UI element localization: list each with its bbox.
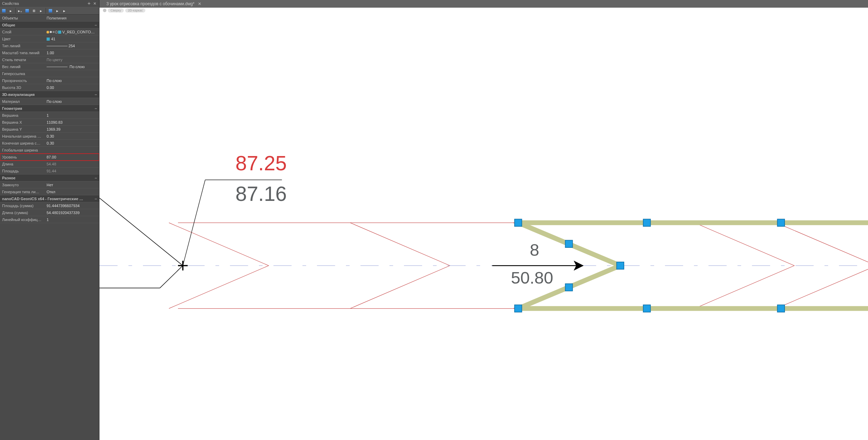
property-row[interactable]: Тип линий 254 — [0, 42, 99, 49]
elevation-callout: 87.25 87.16 — [99, 152, 287, 288]
property-value[interactable]: 87.00 — [45, 155, 99, 159]
tb-cursor-icon[interactable]: ▸ — [8, 8, 14, 14]
view-chip-1[interactable]: Сверху — [108, 8, 124, 13]
pin-icon[interactable] — [87, 1, 91, 6]
property-value[interactable]: V_RED_CONTO… — [45, 30, 99, 34]
nav-strip: Сверху 2D-каркас — [99, 8, 868, 13]
property-label: Длина — [0, 162, 45, 166]
collapse-icon[interactable]: – — [95, 196, 97, 201]
property-row[interactable]: Площадь (сумма)91.4447396607934 — [0, 202, 99, 209]
property-row[interactable]: Генерация типа ли…Откл — [0, 188, 99, 195]
property-value[interactable]: 54.4801920437339 — [45, 211, 99, 215]
slope-num: 8 — [530, 241, 539, 259]
property-value[interactable]: 1369.39 — [45, 127, 99, 131]
section-title: Разное — [0, 176, 99, 180]
tb-pick-add-icon[interactable]: ▸₊ — [17, 8, 23, 14]
property-value[interactable]: 1 — [45, 218, 99, 222]
property-row[interactable]: Площадь91.44 — [0, 168, 99, 174]
collapse-icon[interactable]: – — [95, 92, 97, 97]
property-row[interactable]: Вершина Y1369.39 — [0, 126, 99, 133]
property-row[interactable]: Уровень87.00 — [0, 154, 99, 161]
section-title: Геометрия — [0, 106, 99, 111]
tb-more-icon[interactable]: ▸ — [38, 8, 44, 14]
property-row[interactable]: Гиперссылка — [0, 70, 99, 77]
property-row[interactable]: Высота 3D0.00 — [0, 84, 99, 91]
property-row[interactable]: Длина (сумма)54.4801920437339 — [0, 209, 99, 216]
property-value[interactable]: Нет — [45, 183, 99, 187]
svg-rect-12 — [777, 305, 785, 312]
section-header[interactable]: Разное– — [0, 174, 99, 181]
close-icon[interactable]: ✕ — [92, 1, 97, 6]
document-tab[interactable]: 3 урок отрисовка проездов с обочинами.dw… — [106, 1, 201, 6]
section-header[interactable]: 3D-визуализация– — [0, 91, 99, 98]
object-type-row[interactable]: Объекты Полилиния — [0, 15, 99, 22]
tb-tool-1-icon[interactable] — [47, 8, 54, 14]
tb-select-icon[interactable] — [1, 8, 7, 14]
property-value[interactable]: 0.00 — [45, 85, 99, 90]
property-value[interactable]: По слою — [45, 99, 99, 104]
property-label: Генерация типа ли… — [0, 190, 45, 194]
view-chip-2[interactable]: 2D-каркас — [125, 8, 145, 13]
property-row[interactable]: Длина54.48 — [0, 161, 99, 168]
collapse-icon[interactable]: – — [95, 23, 97, 27]
property-row[interactable]: Масштаб типа линий1.00 — [0, 49, 99, 56]
section-title: Общие — [0, 23, 99, 27]
property-row[interactable]: МатериалПо слою — [0, 98, 99, 105]
property-value[interactable]: 54.48 — [45, 162, 99, 166]
property-label: Конечная ширина с… — [0, 141, 45, 145]
svg-rect-9 — [565, 284, 573, 291]
property-value[interactable]: 0.30 — [45, 141, 99, 145]
property-label: Начальная ширина … — [0, 134, 45, 138]
svg-rect-6 — [777, 219, 785, 226]
svg-rect-5 — [643, 219, 651, 226]
property-value[interactable]: 91.4447396607934 — [45, 204, 99, 208]
property-row[interactable]: ЗамкнутоНет — [0, 181, 99, 188]
property-value[interactable]: 91.44 — [45, 169, 99, 173]
property-label: Слой — [0, 30, 45, 34]
property-row[interactable]: ПрозрачностьПо слою — [0, 77, 99, 84]
property-row[interactable]: Вершина X11090.83 — [0, 119, 99, 126]
property-value[interactable]: По слою — [45, 79, 99, 83]
object-type-label: Объекты — [0, 16, 45, 20]
property-row[interactable]: Стиль печатиПо цвету — [0, 56, 99, 63]
property-label: Прозрачность — [0, 79, 45, 83]
property-value[interactable]: Откл — [45, 190, 99, 194]
document-tab-title: 3 урок отрисовка проездов с обочинами.dw… — [106, 1, 194, 6]
property-row[interactable]: Глобальная ширина — [0, 147, 99, 154]
section-header[interactable]: Геометрия– — [0, 105, 99, 112]
slope-den: 50.80 — [511, 268, 553, 287]
property-value[interactable]: 254 — [45, 44, 99, 48]
property-label: Вес линий — [0, 65, 45, 69]
property-row[interactable]: Вес линийПо слою — [0, 63, 99, 70]
section-header[interactable]: Общие– — [0, 22, 99, 28]
tb-filter-icon[interactable] — [24, 8, 30, 14]
property-value[interactable]: 1 — [45, 113, 99, 117]
property-value[interactable]: 0.30 — [45, 134, 99, 138]
home-chip[interactable] — [103, 9, 106, 12]
tb-tool-3-icon[interactable]: ▸ — [61, 8, 67, 14]
property-label: Материал — [0, 99, 45, 104]
property-row[interactable]: Линейный коэффиц…1 — [0, 216, 99, 223]
tb-divider-2 — [46, 8, 46, 14]
property-row[interactable]: Цвет41 — [0, 35, 99, 42]
tb-table-icon[interactable]: ⊞ — [31, 8, 37, 14]
property-row[interactable]: Вершина1 — [0, 112, 99, 119]
property-value[interactable]: 11090.83 — [45, 120, 99, 124]
section-header[interactable]: nanoCAD GeoniCS x64 - Геометрические …– — [0, 195, 99, 202]
property-row[interactable]: Начальная ширина …0.30 — [0, 133, 99, 140]
collapse-icon[interactable]: – — [95, 106, 97, 111]
property-value[interactable]: По слою — [45, 65, 99, 69]
property-label: Стиль печати — [0, 58, 45, 62]
property-value[interactable]: 41 — [45, 37, 99, 41]
property-value[interactable]: По цвету — [45, 58, 99, 62]
property-label: Линейный коэффиц… — [0, 218, 45, 222]
tb-divider — [15, 8, 16, 14]
tb-tool-2-icon[interactable]: ▸ — [54, 8, 61, 14]
close-icon[interactable]: ✕ — [198, 1, 201, 6]
property-label: Цвет — [0, 37, 45, 41]
property-row[interactable]: Слой V_RED_CONTO… — [0, 28, 99, 35]
collapse-icon[interactable]: – — [95, 176, 97, 180]
property-row[interactable]: Конечная ширина с…0.30 — [0, 140, 99, 147]
drawing-canvas[interactable]: 8 50.80 — [99, 13, 868, 440]
property-value[interactable]: 1.00 — [45, 51, 99, 55]
